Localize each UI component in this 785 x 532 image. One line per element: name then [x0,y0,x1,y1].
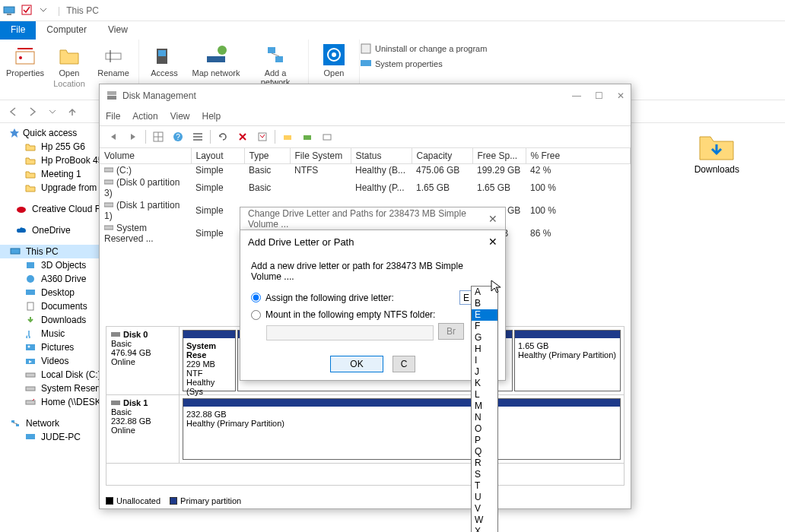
drive-icon[interactable] [300,129,315,144]
back-arrow-icon[interactable] [106,129,121,144]
partition-system-reserved[interactable]: System Rese 229 MB NTF Healthy (Sys [183,330,236,391]
drive-letter-dropdown[interactable]: ABEFGHIJKLMNOPQRSTUVWXYZ [471,286,498,532]
menu-action[interactable]: Action [132,111,157,122]
svg-rect-9 [207,56,225,62]
letter-option[interactable]: T [472,480,497,492]
forward-button[interactable] [24,103,41,120]
letter-option[interactable]: O [472,423,497,435]
tab-computer[interactable]: Computer [36,21,97,40]
rename-icon [101,43,126,67]
menu-file[interactable]: File [106,111,120,122]
uninstall-link[interactable]: Uninstall or change a program [360,43,487,55]
outer-dialog-title: Change Drive Letter and Paths for 238473… [248,208,488,230]
svg-rect-28 [26,373,35,377]
mount-folder-radio[interactable] [251,310,261,320]
letter-option[interactable]: F [472,321,497,332]
properties-button[interactable]: Properties [6,43,44,78]
letter-option[interactable]: E [472,309,497,321]
letter-option[interactable]: U [472,492,497,503]
item-icon [24,369,37,380]
rename-button[interactable]: Rename [94,43,132,78]
svg-rect-42 [193,133,202,135]
letter-option[interactable]: M [472,401,497,412]
tab-file[interactable]: File [0,21,36,40]
letter-option[interactable]: W [472,515,497,526]
col-filesystem[interactable]: File System [290,148,351,164]
menu-help[interactable]: Help [202,111,221,122]
map-network-button[interactable]: Map network [189,43,243,78]
letter-option[interactable]: X [472,526,497,532]
properties-tb-icon[interactable] [255,129,270,144]
letter-option[interactable]: A [472,287,497,298]
cancel-button[interactable]: C [392,356,415,372]
letter-option[interactable]: L [472,389,497,401]
downloads-folder[interactable]: Downloads [694,131,739,175]
system-properties-link[interactable]: System properties [360,58,487,70]
col-layout[interactable]: Layout [191,148,244,164]
refresh-icon[interactable] [215,129,230,144]
letter-option[interactable]: I [472,355,497,366]
minimize-button[interactable]: — [572,90,581,101]
delete-icon[interactable] [235,129,250,144]
letter-option[interactable]: Q [472,446,497,458]
forward-arrow-icon[interactable] [126,129,141,144]
letter-option[interactable]: J [472,366,497,378]
disk-icon[interactable] [280,129,295,144]
help-icon[interactable]: ? [170,129,186,144]
browse-button[interactable]: Br [438,323,464,340]
letter-option[interactable]: B [472,298,497,309]
col-status[interactable]: Status [351,148,412,164]
letter-option[interactable]: H [472,344,497,355]
add-network-button[interactable]: Add a network [249,43,302,87]
grid-icon[interactable] [151,129,166,144]
open-button[interactable]: Open [50,43,88,78]
open-icon [57,43,81,67]
svg-point-26 [28,346,30,348]
dialog-close-button[interactable]: ✕ [488,236,497,248]
creative-cloud-icon [15,204,27,214]
vol-icon[interactable] [319,129,335,144]
history-dropdown-button[interactable] [44,103,61,120]
folder-icon [24,182,37,193]
close-button[interactable]: ✕ [617,90,625,101]
dropdown-icon[interactable] [40,5,52,17]
letter-option[interactable]: S [472,469,497,480]
assign-letter-radio[interactable] [251,293,261,302]
col-freespace[interactable]: Free Sp... [472,148,526,164]
legend: Unallocated Primary partition [106,496,241,505]
letter-option[interactable]: V [472,503,497,515]
open-settings-button[interactable]: Open [315,43,353,78]
table-row[interactable]: (Disk 0 partition 3)SimpleBasicHealthy (… [100,176,631,199]
partition-disk0-p3[interactable]: 1.65 GB Healthy (Primary Partition) [514,330,621,391]
maximize-button[interactable]: ☐ [595,90,603,101]
item-icon [24,356,37,366]
table-row[interactable]: (C:)SimpleBasicNTFSHealthy (B...475.06 G… [100,164,631,177]
col-pctfree[interactable]: % Free [526,148,631,164]
letter-option[interactable]: G [472,332,497,344]
tab-view[interactable]: View [97,21,138,40]
svg-rect-52 [104,226,113,230]
ntfs-folder-input[interactable] [266,325,434,340]
menu-view[interactable]: View [170,111,190,122]
svg-rect-44 [193,139,202,141]
letter-option[interactable]: P [472,435,497,446]
access-icon [152,43,176,67]
ok-button[interactable]: OK [330,356,383,372]
svg-point-10 [218,46,227,55]
col-type[interactable]: Type [244,148,290,164]
letter-option[interactable]: N [472,412,497,423]
list-icon[interactable] [190,129,205,144]
access-button[interactable]: Access [145,43,183,78]
col-capacity[interactable]: Capacity [412,148,472,164]
partition-disk1-p1[interactable]: 232.88 GB Healthy (Primary Partition) [183,398,621,460]
outer-close-button[interactable]: ✕ [488,213,497,225]
item-icon [24,301,37,312]
checkbox-icon[interactable] [21,5,33,17]
col-volume[interactable]: Volume [100,148,191,164]
back-button[interactable] [5,103,21,120]
up-button[interactable] [64,103,81,120]
svg-point-19 [17,207,26,213]
letter-option[interactable]: K [472,378,497,389]
pc-icon [3,5,15,17]
letter-option[interactable]: R [472,458,497,469]
